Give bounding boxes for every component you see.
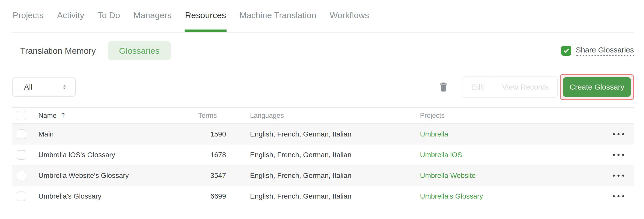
create-glossary-highlight-annotation: Create Glossary bbox=[560, 74, 634, 100]
glossary-languages: English, French, German, Italian bbox=[226, 192, 420, 200]
glossary-languages: English, French, German, Italian bbox=[226, 151, 420, 159]
row-checkbox[interactable] bbox=[17, 129, 26, 139]
glossary-name: Main bbox=[38, 130, 198, 138]
page: Projects Activity To Do Managers Resourc… bbox=[0, 0, 644, 207]
table-row: Main 1590 English, French, German, Itali… bbox=[12, 124, 634, 145]
row-checkbox[interactable] bbox=[17, 191, 26, 201]
column-header-name[interactable]: Name ↑ bbox=[38, 112, 198, 120]
table-row: Umbrella iOS's Glossary 1678 English, Fr… bbox=[12, 145, 634, 165]
nav-tab-todo[interactable]: To Do bbox=[97, 0, 121, 32]
nav-tab-resources[interactable]: Resources bbox=[185, 0, 227, 32]
nav-tab-projects[interactable]: Projects bbox=[12, 0, 44, 32]
nav-tab-managers[interactable]: Managers bbox=[133, 0, 172, 32]
glossary-terms-count: 3547 bbox=[198, 172, 226, 180]
project-link[interactable]: Umbrella's Glossary bbox=[420, 192, 483, 200]
share-glossaries-checkbox[interactable] bbox=[561, 46, 571, 56]
glossary-terms-count: 1678 bbox=[198, 151, 226, 159]
column-header-terms[interactable]: Terms bbox=[198, 112, 226, 120]
delete-glossary-button[interactable] bbox=[439, 82, 448, 92]
create-glossary-button[interactable]: Create Glossary bbox=[563, 77, 631, 97]
glossaries-table: Name ↑ Terms Languages Projects Main 159… bbox=[12, 107, 634, 207]
column-header-projects[interactable]: Projects bbox=[420, 112, 604, 120]
toolbar-actions: Edit View Records Create Glossary bbox=[439, 74, 634, 100]
main-nav: Projects Activity To Do Managers Resourc… bbox=[12, 0, 634, 33]
checkmark-icon bbox=[563, 47, 570, 54]
edit-button[interactable]: Edit bbox=[462, 77, 493, 97]
nav-tab-workflows[interactable]: Workflows bbox=[329, 0, 369, 32]
table-row: Umbrella's Glossary 6699 English, French… bbox=[12, 186, 634, 207]
glossary-languages: English, French, German, Italian bbox=[226, 130, 420, 138]
glossary-name: Umbrella Website's Glossary bbox=[38, 172, 198, 180]
header-checkbox-cell bbox=[12, 111, 38, 120]
ellipsis-menu-icon[interactable]: ••• bbox=[612, 192, 626, 201]
table-header-row: Name ↑ Terms Languages Projects bbox=[12, 108, 634, 124]
nav-tab-activity[interactable]: Activity bbox=[57, 0, 85, 32]
row-checkbox[interactable] bbox=[17, 171, 26, 180]
glossary-terms-count: 1590 bbox=[198, 130, 226, 138]
arrow-up-icon: ↑ bbox=[60, 112, 66, 120]
ellipsis-menu-icon[interactable]: ••• bbox=[612, 172, 626, 180]
resources-subnav: Translation Memory Glossaries Share Glos… bbox=[12, 41, 634, 60]
select-all-checkbox[interactable] bbox=[17, 111, 26, 120]
ellipsis-menu-icon[interactable]: ••• bbox=[612, 130, 626, 139]
tab-glossaries[interactable]: Glossaries bbox=[108, 41, 171, 60]
nav-tab-machine-translation[interactable]: Machine Translation bbox=[239, 0, 317, 32]
glossaries-toolbar: All Edit View Records Create Gloss bbox=[12, 74, 634, 100]
glossary-languages: English, French, German, Italian bbox=[226, 172, 420, 180]
ellipsis-menu-icon[interactable]: ••• bbox=[612, 151, 626, 159]
up-down-caret-icon bbox=[61, 83, 68, 91]
glossary-terms-count: 6699 bbox=[198, 192, 226, 200]
table-row: Umbrella Website's Glossary 3547 English… bbox=[12, 165, 634, 186]
share-glossaries-toggle[interactable]: Share Glossaries bbox=[561, 46, 634, 56]
view-records-button[interactable]: View Records bbox=[493, 77, 557, 97]
project-link[interactable]: Umbrella bbox=[420, 130, 448, 138]
selection-actions-group: Edit View Records bbox=[462, 76, 558, 98]
column-header-languages[interactable]: Languages bbox=[226, 112, 420, 120]
trash-icon bbox=[439, 82, 448, 92]
filter-selected-value: All bbox=[24, 83, 32, 91]
glossary-name: Umbrella iOS's Glossary bbox=[38, 151, 198, 159]
project-link[interactable]: Umbrella Website bbox=[420, 172, 476, 179]
share-glossaries-label: Share Glossaries bbox=[576, 46, 634, 56]
row-checkbox[interactable] bbox=[17, 150, 26, 160]
glossary-name: Umbrella's Glossary bbox=[38, 192, 198, 200]
project-link[interactable]: Umbrella iOS bbox=[420, 151, 462, 159]
tab-translation-memory[interactable]: Translation Memory bbox=[12, 41, 104, 60]
glossary-filter-select[interactable]: All bbox=[12, 77, 76, 97]
